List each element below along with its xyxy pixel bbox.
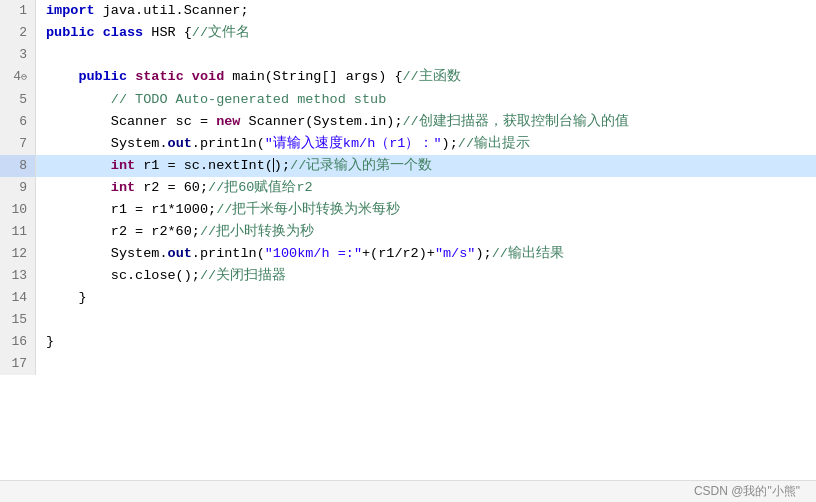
line-content-4: public static void main(String[] args) {… — [36, 66, 816, 89]
line-content-2: public class HSR {//文件名 — [36, 22, 816, 44]
code-editor[interactable]: 1 import java.util.Scanner; 2 public cla… — [0, 0, 816, 480]
line-number-15: 15 — [0, 309, 36, 331]
code-line-14: 14 } — [0, 287, 816, 309]
footer-text: CSDN @我的"小熊" — [694, 483, 800, 500]
line-number-1: 1 — [0, 0, 36, 22]
code-line-1: 1 import java.util.Scanner; — [0, 0, 816, 22]
line-number-9: 9 — [0, 177, 36, 199]
line-content-14: } — [36, 287, 816, 309]
code-line-3: 3 — [0, 44, 816, 66]
code-line-17: 17 — [0, 353, 816, 375]
line-content-3 — [36, 44, 816, 66]
code-line-6: 6 Scanner sc = new Scanner(System.in);//… — [0, 111, 816, 133]
line-content-6: Scanner sc = new Scanner(System.in);//创建… — [36, 111, 816, 133]
code-line-9: 9 int r2 = 60;//把60赋值给r2 — [0, 177, 816, 199]
line-number-3: 3 — [0, 44, 36, 66]
line-number-12: 12 — [0, 243, 36, 265]
line-content-5: // TODO Auto-generated method stub — [36, 89, 816, 111]
line-number-5: 5 — [0, 89, 36, 111]
footer-bar: CSDN @我的"小熊" — [0, 480, 816, 502]
code-line-10: 10 r1 = r1*1000;//把千米每小时转换为米每秒 — [0, 199, 816, 221]
line-number-16: 16 — [0, 331, 36, 353]
code-line-13: 13 sc.close();//关闭扫描器 — [0, 265, 816, 287]
code-line-5: 5 // TODO Auto-generated method stub — [0, 89, 816, 111]
line-number-17: 17 — [0, 353, 36, 375]
line-content-12: System.out.println("100km/h =:"+(r1/r2)+… — [36, 243, 816, 265]
line-content-7: System.out.println("请输入速度km/h（r1）：");//输… — [36, 133, 816, 155]
code-line-16: 16 } — [0, 331, 816, 353]
code-lines: 1 import java.util.Scanner; 2 public cla… — [0, 0, 816, 375]
line-number-2: 2 — [0, 22, 36, 44]
line-content-13: sc.close();//关闭扫描器 — [36, 265, 816, 287]
code-line-4: 4⊖ public static void main(String[] args… — [0, 66, 816, 89]
line-content-16: } — [36, 331, 816, 353]
line-content-11: r2 = r2*60;//把小时转换为秒 — [36, 221, 816, 243]
line-number-13: 13 — [0, 265, 36, 287]
line-content-10: r1 = r1*1000;//把千米每小时转换为米每秒 — [36, 199, 816, 221]
code-line-15: 15 — [0, 309, 816, 331]
line-content-17 — [36, 353, 816, 375]
code-line-12: 12 System.out.println("100km/h =:"+(r1/r… — [0, 243, 816, 265]
line-number-8: 8 — [0, 155, 36, 177]
line-number-14: 14 — [0, 287, 36, 309]
line-number-6: 6 — [0, 111, 36, 133]
line-content-15 — [36, 309, 816, 331]
line-content-9: int r2 = 60;//把60赋值给r2 — [36, 177, 816, 199]
line-number-10: 10 — [0, 199, 36, 221]
line-number-4: 4⊖ — [0, 66, 36, 89]
line-number-7: 7 — [0, 133, 36, 155]
line-content-1: import java.util.Scanner; — [36, 0, 816, 22]
code-line-11: 11 r2 = r2*60;//把小时转换为秒 — [0, 221, 816, 243]
line-number-11: 11 — [0, 221, 36, 243]
code-line-8: 8 int r1 = sc.nextInt();//记录输入的第一个数 — [0, 155, 816, 177]
code-line-7: 7 System.out.println("请输入速度km/h（r1）：");/… — [0, 133, 816, 155]
line-content-8: int r1 = sc.nextInt();//记录输入的第一个数 — [36, 155, 816, 177]
code-line-2: 2 public class HSR {//文件名 — [0, 22, 816, 44]
